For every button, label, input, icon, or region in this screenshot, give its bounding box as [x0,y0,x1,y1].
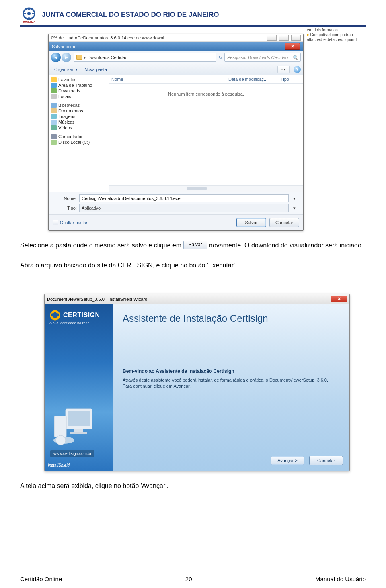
nav-documents[interactable]: Documentos [49,108,108,114]
search-icon: 🔍 [292,55,298,60]
screenshot-save-as: 0% de ...adorDeDocumentos_3.6.0.14.exe d… [20,27,366,231]
window-min-icon[interactable] [267,35,277,41]
saveas-toolbar: Organizar▼ Nova pasta ≡ ▾ ? [49,64,303,75]
view-mode-button[interactable]: ≡ ▾ [277,66,290,73]
instruction-paragraph-2: Abra o arquivo baixado do site da CERTIS… [20,260,366,271]
installer-welcome-title: Bem-vindo ao Assistente de Instalação Ce… [123,368,340,374]
hide-folders-toggle[interactable]: Ocultar pastas [53,220,88,225]
installer-cancel-button[interactable]: Cancelar [309,456,343,465]
search-placeholder: Pesquisar Downloads Certidao [227,55,288,60]
jucerja-logo-icon: JUCERJA [20,6,38,24]
videos-icon [51,125,57,130]
nav-favorites[interactable]: Favoritos [49,77,108,82]
bullet-arrow-icon: » [307,33,309,37]
filetype-dropdown-icon[interactable]: ▾ [291,206,298,211]
nav-forward-button[interactable]: ► [62,53,71,62]
installer-next-button[interactable]: Avançar > [271,456,304,465]
svg-rect-11 [70,432,87,434]
context-snippet: em dois formatos » Compatível com padrão… [305,27,366,43]
empty-message: Nenhum item corresponde à pesquisa. [109,84,303,185]
page-header: JUCERJA JUNTA COMERCIAL DO ESTADO DO RIO… [20,4,366,27]
saveas-titlebar: Salvar como ✕ [49,42,303,51]
documents-icon [51,108,57,113]
nav-music[interactable]: Músicas [49,119,108,125]
help-button[interactable]: ? [294,66,301,73]
nav-pane[interactable]: Favoritos Área de Trabalho Downloads Loc… [49,75,109,192]
installer-tagline: A sua identidade na rede [45,321,113,325]
installer-welcome-text-1: Através deste assistente você poderá ins… [123,377,340,383]
nav-desktop[interactable]: Área de Trabalho [49,82,108,88]
installer-brand: CERTISIGN [63,312,100,319]
installer-titlebar: DocumentViewerSetup_3.6.0 - InstallShiel… [45,294,349,304]
svg-rect-9 [68,411,90,426]
svg-rect-12 [54,416,66,437]
organize-menu[interactable]: Organizar▼ [51,66,81,73]
certisign-logo-icon [49,310,61,321]
saveas-title: Salvar como [52,44,76,49]
horizontal-scrollbar[interactable] [109,185,303,192]
disk-icon [51,140,57,145]
separator-line [20,282,366,282]
col-name[interactable]: Nome [111,77,228,82]
star-icon [51,77,57,82]
refresh-icon[interactable]: ↻ [219,55,222,60]
nav-back-button[interactable]: ◄ [51,53,61,62]
instruction-paragraph-1: Selecione a pasta onde o mesmo será salv… [20,240,366,251]
filename-dropdown-icon[interactable]: ▾ [291,196,298,201]
filename-input[interactable] [79,194,289,202]
new-folder-button[interactable]: Nova pasta [81,66,110,73]
file-columns[interactable]: Nome Data de modificaç... Tipo [109,75,303,84]
download-progress-bar: 0% de ...adorDeDocumentos_3.6.0.14.exe d… [49,34,303,42]
installer-window-title: DocumentViewerSetup_3.6.0 - InstallShiel… [47,297,147,302]
inline-save-button[interactable]: Salvar [183,241,207,249]
svg-point-5 [28,17,30,19]
window-close-icon[interactable] [291,35,301,41]
save-button[interactable]: Salvar [236,218,266,227]
screenshot-installer: DocumentViewerSetup_3.6.0 - InstallShiel… [44,294,350,471]
svg-point-2 [24,13,26,14]
installer-welcome-text-2: Para continuar, clique em Avançar. [123,383,340,389]
music-icon [51,120,57,125]
svg-point-14 [56,435,66,445]
file-pane: Nome Data de modificaç... Tipo Nenhum it… [109,75,303,192]
col-date[interactable]: Data de modificaç... [228,77,281,82]
filetype-label: Tipo: [53,206,77,210]
nav-computer[interactable]: Computador [49,134,108,139]
footer-right: Manual do Usuário [315,576,366,582]
svg-rect-10 [74,429,83,432]
installer-sidebar: CERTISIGN A sua identidade na rede www.c… [45,304,113,471]
chevron-up-icon [53,220,58,225]
computer-illustration-icon [52,406,100,447]
nav-images[interactable]: Imagens [49,114,108,119]
close-button[interactable]: ✕ [285,43,300,50]
cancel-button[interactable]: Cancelar [269,218,299,227]
window-max-icon[interactable] [279,35,289,41]
installer-close-button[interactable]: ✕ [331,296,347,302]
nav-libraries[interactable]: Bibliotecas [49,102,108,108]
path-breadcrumb[interactable]: ▸ Downloads Certidao [74,53,216,62]
desktop-icon [51,83,57,88]
places-icon [51,94,57,99]
download-progress-text: 0% de ...adorDeDocumentos_3.6.0.14.exe d… [51,35,265,40]
saveas-nav-row: ◄ ► ▸ Downloads Certidao ↻ Pesquisar Dow… [49,51,303,64]
installshield-label: InstallShield [48,463,70,468]
filename-label: Nome: [53,196,77,201]
footer-left: Certidão Online [20,576,62,582]
search-input[interactable]: Pesquisar Downloads Certidao 🔍 [224,53,301,62]
filetype-select[interactable]: Aplicativo [79,204,289,212]
nav-downloads[interactable]: Downloads [49,88,108,94]
installer-main: Assistente de Instalação Certisign Bem-v… [113,304,349,471]
nav-disk-c[interactable]: Disco Local (C:) [49,139,108,145]
installer-url: www.certisign.com.br [50,450,94,457]
col-type[interactable]: Tipo [281,77,301,82]
svg-point-4 [28,8,30,10]
nav-videos[interactable]: Vídeos [49,125,108,131]
libraries-icon [51,103,57,108]
folder-icon [76,55,82,60]
footer-separator [20,573,366,574]
svg-point-1 [27,12,31,15]
svg-text:JUCERJA: JUCERJA [23,20,36,23]
nav-places[interactable]: Locais [49,94,108,99]
instruction-paragraph-3: A tela acima será exibida, clique no bot… [20,481,366,491]
footer-page-number: 20 [185,576,192,582]
